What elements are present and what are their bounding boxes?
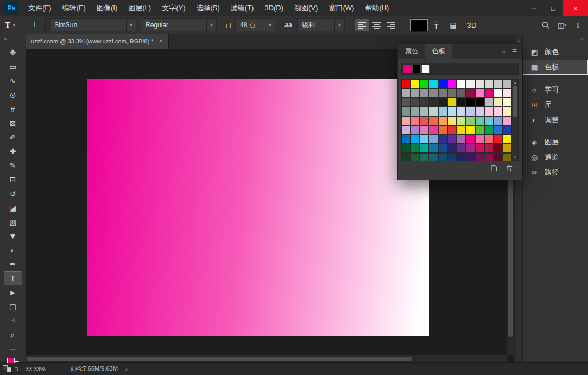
swatch[interactable] [457,153,466,161]
tool-clone-stamp[interactable]: ⊡ [4,173,22,186]
swatch[interactable] [438,79,447,88]
swatch[interactable] [420,79,429,88]
swatch[interactable] [475,135,484,144]
swatch[interactable] [475,144,484,153]
tool-quick-selection[interactable]: ⊙ [4,88,22,101]
swatch[interactable] [401,116,410,125]
minimize-button[interactable]: ─ [524,0,543,16]
swatch[interactable] [447,116,457,125]
anti-alias-select[interactable]: 锐利 ▾ [297,18,345,31]
swatch[interactable] [503,135,511,144]
dock-item-adjustments[interactable]: ◐调整 [523,112,588,128]
foreground-color[interactable] [7,358,15,363]
tool-lasso[interactable]: ∿ [4,74,22,87]
swatch[interactable] [484,125,494,135]
document-tab[interactable]: uzzf.coom @ 33.3% (www.uzzf.com, RGB/8) … [26,34,169,49]
swatch[interactable] [494,116,503,125]
scroll-up-icon[interactable]: ▲ [514,81,517,84]
tool-more-tools[interactable]: ⋯ [4,342,22,355]
swatch[interactable] [420,107,429,116]
swatch[interactable] [457,125,466,135]
swatch[interactable] [466,107,475,116]
swatch[interactable] [494,107,503,116]
zoom-level-field[interactable]: 33.33% [26,366,55,372]
tool-eraser[interactable]: ◪ [4,201,22,214]
swatch[interactable] [429,125,438,135]
swatch[interactable] [410,153,420,161]
swatch[interactable] [438,116,447,125]
menu-item[interactable]: 文件(F) [23,0,57,16]
swatch[interactable] [401,79,410,88]
swatch[interactable] [438,107,447,116]
swatch[interactable] [447,153,457,161]
swatch[interactable] [484,135,494,144]
swatch[interactable] [466,135,475,144]
chevron-down-icon[interactable]: ▾ [265,19,275,31]
swatch[interactable] [438,125,447,135]
font-size-select[interactable]: 48 点 ▾ [235,18,275,31]
swatch[interactable] [447,79,457,88]
dock-item-color[interactable]: ◩颜色 [523,45,588,60]
swatch[interactable] [438,144,447,153]
swatch[interactable] [410,144,420,153]
double-chevron-right-icon[interactable]: » [502,48,505,55]
new-swatch-button[interactable] [490,164,498,172]
tool-crop[interactable]: # [4,103,22,116]
swatch[interactable] [457,79,466,88]
swatch[interactable] [503,79,511,88]
swatch[interactable] [420,135,429,144]
swatch[interactable] [503,107,511,116]
tool-rectangle[interactable]: ▢ [4,300,22,313]
swatch[interactable] [503,116,511,125]
swatch[interactable] [503,144,511,153]
tool-gradient[interactable]: ▧ [4,215,22,228]
swatch[interactable] [494,79,503,88]
swatch[interactable] [410,116,420,125]
swatch[interactable] [466,144,475,153]
swatch[interactable] [447,135,457,144]
chevron-down-icon[interactable]: ▾ [126,19,136,31]
swatch[interactable] [475,107,484,116]
swatch[interactable] [420,98,429,107]
swatch[interactable] [429,98,438,107]
horizontal-scrollbar-thumb[interactable] [27,357,412,361]
swatch[interactable] [457,107,466,116]
dock-item-libraries[interactable]: ⊞库 [523,97,588,112]
workspace-switcher[interactable]: ◫ ▾ [555,18,568,31]
search-button[interactable] [539,18,552,31]
tool-healing-brush[interactable]: ✚ [4,145,22,158]
swatch[interactable] [429,153,438,161]
text-color-swatch[interactable] [410,19,428,31]
tab-swatches[interactable]: 色板 [425,44,452,59]
tool-frame[interactable]: ⊠ [4,117,22,130]
swatch[interactable] [475,79,484,88]
dock-item-channels[interactable]: ◎通道 [523,150,588,165]
swatch[interactable] [503,153,511,161]
tool-history-brush[interactable]: ↺ [4,187,22,200]
tool-blur[interactable]: ▼ [4,230,22,243]
swatch[interactable] [466,88,475,98]
dock-item-paths[interactable]: ✑路径 [523,165,588,180]
swatch[interactable] [429,144,438,153]
swatch[interactable] [484,79,494,88]
swatch[interactable] [401,107,410,116]
maximize-button[interactable]: □ [543,0,563,16]
swatch[interactable] [457,135,466,144]
swatch[interactable] [484,116,494,125]
swatches-panel-header[interactable]: 颜色 色板 » ≡ [398,44,522,59]
menu-item[interactable]: 3D(D) [259,0,289,16]
menu-item[interactable]: 图像(I) [91,0,123,16]
swatch[interactable] [401,125,410,135]
swatch[interactable] [475,98,484,107]
swatch[interactable] [484,107,494,116]
swatch[interactable] [466,79,475,88]
swatch[interactable] [457,116,466,125]
menu-item[interactable]: 文字(Y) [156,0,191,16]
swatch[interactable] [438,88,447,98]
panel-menu-icon[interactable]: ≡ [512,47,517,56]
swatch[interactable] [429,116,438,125]
swatch[interactable] [420,125,429,135]
recent-swatch[interactable] [413,65,420,73]
swatch[interactable] [438,135,447,144]
swatch[interactable] [401,153,410,161]
